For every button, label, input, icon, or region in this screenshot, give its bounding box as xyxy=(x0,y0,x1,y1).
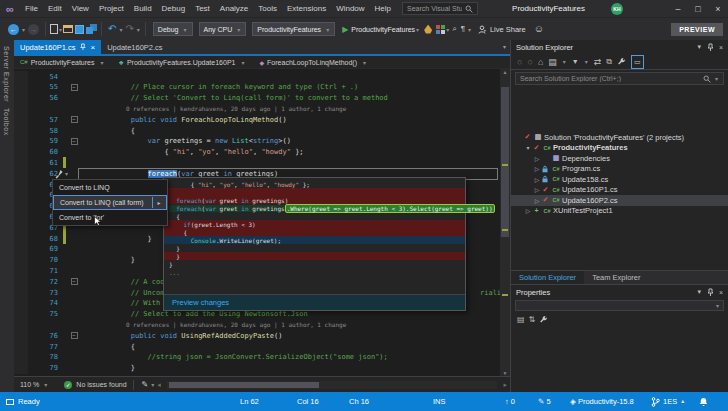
collapsed-arrow-icon[interactable]: ▷ xyxy=(533,176,541,183)
menu-item[interactable]: Convert to 'for' xyxy=(53,210,167,225)
screwdriver-icon[interactable] xyxy=(54,169,63,179)
preview-selected-items-icon[interactable]: ▭ xyxy=(631,55,644,69)
notifications-bell-icon[interactable] xyxy=(699,392,708,407)
expanded-arrow-icon[interactable]: ▾ xyxy=(524,144,532,151)
issues-status[interactable]: No issues found xyxy=(76,381,126,388)
menu-item-view[interactable]: View xyxy=(67,0,94,18)
pen-dropdown-icon[interactable]: ▾ xyxy=(151,381,154,388)
pin-icon[interactable] xyxy=(79,43,86,51)
server-explorer-vertical-tab[interactable]: Server Explorer xyxy=(3,46,10,102)
navigate-back-dropdown-icon[interactable]: ▾ xyxy=(22,26,25,33)
new-file-dropdown-icon[interactable]: ▾ xyxy=(59,26,62,33)
breakpoint-margin[interactable] xyxy=(14,276,28,287)
tree-item[interactable]: ▷✓C#Update160P1.cs xyxy=(511,185,728,196)
collapsed-arrow-icon[interactable]: ▷ xyxy=(533,165,541,172)
branch-selector[interactable]: 1ES ▲ xyxy=(651,392,685,411)
scroll-up-icon[interactable]: ▲ xyxy=(500,69,510,75)
breakpoint-margin[interactable] xyxy=(14,309,28,320)
code-line[interactable]: 0 references | kendrahavens, 20 days ago… xyxy=(14,103,500,114)
pen-edits-icon[interactable]: ✎ xyxy=(142,378,149,392)
code-line[interactable]: 58 { xyxy=(14,125,500,136)
close-panel-icon[interactable]: × xyxy=(719,289,723,296)
code-line[interactable]: 60 { "hi", "yo", "hello", "howdy" }; xyxy=(14,147,500,158)
menu-item-extensions[interactable]: Extensions xyxy=(282,0,331,18)
save-icon[interactable] xyxy=(75,25,84,34)
collapsed-arrow-icon[interactable]: ▷ xyxy=(533,155,541,162)
breakpoint-margin[interactable] xyxy=(14,211,28,222)
breakpoint-margin[interactable] xyxy=(14,352,28,363)
navigate-back-icon[interactable]: ← xyxy=(8,24,19,35)
collapse-box-icon[interactable]: − xyxy=(71,278,78,285)
document-tab[interactable]: Update160P1.cs× xyxy=(14,40,101,54)
code-line[interactable]: 0 references | kendrahavens, 20 days ago… xyxy=(14,319,500,330)
code-line[interactable]: 76− public void UsingRefAddedCopyPaste() xyxy=(14,330,500,341)
solution-platform-dropdown[interactable]: Any CPU▾ xyxy=(199,22,247,36)
tree-item[interactable]: ▷C#Update158.cs xyxy=(511,174,728,185)
redo-icon[interactable]: ↷ xyxy=(125,22,133,36)
breakpoint-margin[interactable] xyxy=(14,147,28,158)
breakpoint-margin[interactable] xyxy=(14,330,28,341)
breakpoint-margin[interactable] xyxy=(14,298,28,309)
home-icon[interactable]: ⌂ xyxy=(538,56,543,68)
menu-item-build[interactable]: Build xyxy=(129,0,157,18)
breakpoint-margin[interactable] xyxy=(14,157,28,168)
breakpoint-margin[interactable] xyxy=(14,244,28,255)
quick-actions-dropdown-icon[interactable]: ▾ xyxy=(65,170,68,177)
tree-item[interactable]: ▷✓C#Update160P2.cs xyxy=(511,195,728,206)
code-line[interactable]: 54 xyxy=(14,71,500,82)
breakpoint-margin[interactable] xyxy=(14,265,28,276)
code-line[interactable]: 56 // Select 'Convert to Linq(call form)… xyxy=(14,93,500,104)
scroll-left-icon[interactable]: ◂ xyxy=(157,378,161,392)
startup-project-dropdown[interactable]: ProductivityFeatures▾ xyxy=(252,22,335,36)
code-line[interactable]: 78 //string json = JsonConvert.Serialize… xyxy=(14,352,500,363)
breakpoint-margin[interactable] xyxy=(14,255,28,266)
editor-vertical-scrollbar[interactable]: ▲ ▼ xyxy=(500,69,510,376)
menu-item-help[interactable]: Help xyxy=(370,0,396,18)
categorized-icon[interactable]: ▤ xyxy=(517,315,525,324)
menu-item-test[interactable]: Test xyxy=(190,0,215,18)
pending-edits[interactable]: ✎ 5 xyxy=(538,392,551,411)
sync-with-active-document-icon[interactable]: ⇄ xyxy=(594,56,602,68)
close-button[interactable]: × xyxy=(708,0,728,18)
grid-dropdown-icon[interactable]: ▾ xyxy=(446,26,449,33)
collapsed-arrow-icon[interactable]: ▷ xyxy=(524,207,532,214)
tree-item[interactable]: ▾✓C#ProductivityFeatures xyxy=(511,143,728,154)
breakpoint-margin[interactable] xyxy=(14,179,28,190)
collapse-box-icon[interactable]: − xyxy=(71,116,78,123)
back-icon[interactable]: ○ xyxy=(517,56,522,68)
solution-explorer-header[interactable]: Solution Explorer ▾ × xyxy=(511,40,728,54)
zoom-level-dropdown[interactable]: 110 %▾ xyxy=(14,381,54,388)
breadcrumb-dropdown-icon[interactable]: ▾ xyxy=(363,59,366,66)
breakpoint-margin[interactable] xyxy=(14,233,28,244)
panel-tab-solution-explorer[interactable]: Solution Explorer xyxy=(511,271,584,284)
document-tab[interactable]: Update160P2.cs xyxy=(101,40,168,54)
alphabetical-sort-icon[interactable]: ⇅ xyxy=(529,315,536,324)
profiler-icon[interactable] xyxy=(424,25,432,34)
menu-item-edit[interactable]: Edit xyxy=(43,0,67,18)
submenu-arrow-icon[interactable]: ▸ xyxy=(152,197,165,208)
minimize-button[interactable]: – xyxy=(668,0,688,18)
incoming-commits[interactable]: ↑ 0 xyxy=(505,392,515,411)
tool-dropdown-icon[interactable]: ▾ xyxy=(468,26,471,33)
tab-list-dropdown-icon[interactable]: ▾ xyxy=(503,40,510,54)
collapsed-arrow-icon[interactable]: ▷ xyxy=(533,186,541,193)
close-tab-icon[interactable]: × xyxy=(90,43,95,52)
menu-item-tools[interactable]: Tools xyxy=(253,0,282,18)
filter-dropdown-icon[interactable]: ▾ xyxy=(585,58,588,65)
code-line[interactable]: 79 } xyxy=(14,363,500,374)
window-position-dropdown-icon[interactable]: ▾ xyxy=(697,288,701,296)
properties-object-dropdown[interactable]: ▾ xyxy=(515,300,724,311)
menu-item-window[interactable]: Window xyxy=(331,0,369,18)
solution-explorer-search-box[interactable]: Search Solution Explorer (Ctrl+;) ▾ xyxy=(515,72,724,85)
breadcrumb-segment[interactable]: C#ProductivityFeatures▾ xyxy=(20,59,105,66)
breadcrumb-segment[interactable]: ◆ForeachLoopToLinqMethod()▾ xyxy=(259,59,367,66)
line-indicator[interactable]: Ln 62 xyxy=(240,392,259,411)
scrollbar-thumb[interactable] xyxy=(501,87,509,237)
code-line[interactable]: 61 xyxy=(14,157,500,168)
redo-dropdown-icon[interactable]: ▾ xyxy=(137,26,140,33)
solution-configuration-dropdown[interactable]: Debug▾ xyxy=(153,22,193,36)
breakpoint-margin[interactable] xyxy=(14,103,28,114)
editor-horizontal-scrollbar[interactable] xyxy=(167,381,498,389)
pin-icon[interactable] xyxy=(706,288,714,297)
maximize-button[interactable]: □ xyxy=(688,0,708,18)
